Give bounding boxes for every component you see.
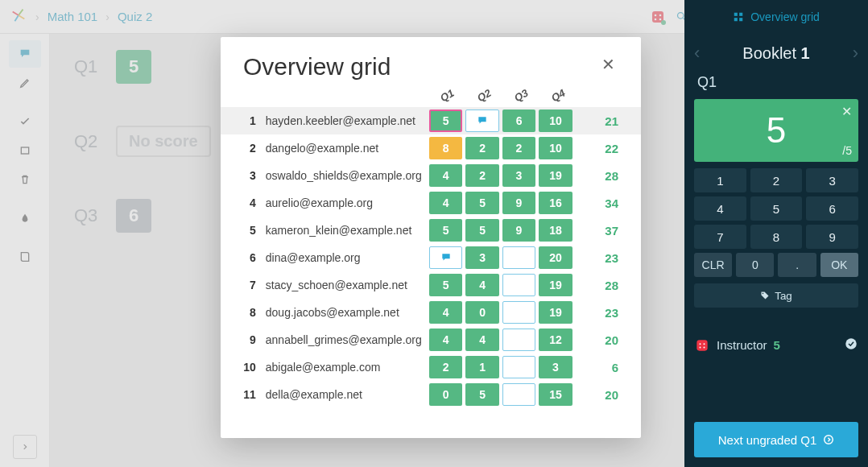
row-index: 3: [243, 169, 266, 182]
grid-cell[interactable]: [502, 246, 535, 269]
grid-cell[interactable]: 18: [539, 219, 572, 242]
keypad-4[interactable]: 4: [694, 196, 746, 221]
overview-grid-button[interactable]: Overview grid: [684, 0, 868, 34]
grid-cell[interactable]: 5: [465, 219, 498, 242]
grid-row[interactable]: 10abigale@example.com2136: [221, 353, 641, 381]
keypad-6[interactable]: 6: [806, 196, 858, 221]
grid-cell[interactable]: 2: [465, 164, 498, 187]
overview-grid-modal: Overview grid ✕ Q1Q2Q3Q4 1hayden.keebler…: [221, 37, 641, 438]
grid-cell[interactable]: 4: [429, 164, 462, 187]
keypad-.[interactable]: .: [778, 253, 816, 277]
instructor-row[interactable]: Instructor 5: [694, 337, 858, 353]
grid-cell[interactable]: 8: [429, 137, 462, 159]
clear-score-icon[interactable]: ✕: [841, 104, 852, 119]
grid-cell[interactable]: 3: [539, 356, 572, 378]
grid-cell[interactable]: 4: [465, 274, 498, 296]
keypad-5[interactable]: 5: [750, 196, 803, 221]
grid-cell[interactable]: 12: [539, 329, 572, 351]
tag-button[interactable]: Tag: [694, 283, 858, 308]
row-index: 6: [243, 251, 266, 264]
modal-close-icon[interactable]: ✕: [598, 53, 618, 76]
keypad-0[interactable]: 0: [736, 253, 774, 277]
grid-cell[interactable]: 6: [502, 110, 535, 132]
grid-cell-comment-icon[interactable]: [465, 110, 498, 132]
grid-cell[interactable]: 4: [429, 301, 462, 324]
grid-body[interactable]: 1hayden.keebler@example.net5610212dangel…: [221, 107, 641, 438]
grid-row[interactable]: 1hayden.keebler@example.net561021: [221, 107, 641, 134]
svg-point-17: [700, 346, 701, 348]
grid-cell[interactable]: 19: [539, 274, 572, 296]
grid-cell[interactable]: 2: [465, 137, 498, 159]
grid-row[interactable]: 5kameron_klein@example.net5591837: [221, 217, 641, 244]
row-total: 28: [581, 279, 618, 292]
grid-cell[interactable]: 5: [429, 274, 462, 296]
grid-row[interactable]: 2dangelo@example.net8221022: [221, 134, 641, 162]
row-total: 20: [581, 388, 618, 402]
score-value: 5: [767, 110, 786, 151]
grading-sidebar: Overview grid ‹ Booklet 1 › Q1 ✕ 5 /5 12…: [684, 0, 868, 467]
grid-cell[interactable]: 5: [465, 383, 498, 406]
grid-row[interactable]: 9annabell_grimes@example.org441220: [221, 326, 641, 353]
grid-cell[interactable]: [502, 329, 535, 351]
grid-cell[interactable]: 4: [429, 329, 462, 351]
next-ungraded-button[interactable]: Next ungraded Q1: [694, 422, 858, 457]
grid-cell[interactable]: [502, 356, 535, 378]
prev-booklet-button[interactable]: ‹: [694, 43, 700, 64]
grid-cell[interactable]: [502, 274, 535, 296]
row-total: 21: [581, 114, 618, 128]
grid-row[interactable]: 7stacy_schoen@example.net541928: [221, 271, 641, 299]
grid-cell[interactable]: [502, 383, 535, 406]
grid-cell[interactable]: 20: [539, 246, 572, 269]
row-total: 22: [581, 142, 618, 155]
grid-cell[interactable]: 9: [502, 192, 535, 214]
svg-rect-11: [734, 18, 738, 21]
grid-cell[interactable]: 16: [539, 192, 572, 214]
booklet-title: Booklet 1: [742, 44, 809, 63]
keypad-1[interactable]: 1: [694, 168, 746, 192]
grid-row[interactable]: 6dina@example.org32023: [221, 244, 641, 271]
grid-cell[interactable]: 3: [465, 246, 498, 269]
keypad-2[interactable]: 2: [750, 168, 803, 192]
grid-cell[interactable]: 15: [539, 383, 572, 406]
grid-cell[interactable]: 1: [465, 356, 498, 378]
grid-cell[interactable]: 19: [539, 164, 572, 187]
grid-cell[interactable]: 9: [502, 219, 535, 242]
grid-cell[interactable]: 0: [429, 383, 462, 406]
grid-cell[interactable]: 19: [539, 301, 572, 324]
keypad-clr[interactable]: CLR: [694, 253, 732, 277]
grid-cell[interactable]: 3: [502, 164, 535, 187]
row-total: 28: [581, 169, 618, 183]
row-email: dangelo@example.net: [266, 142, 429, 155]
grid-cell[interactable]: 2: [429, 356, 462, 378]
next-booklet-button[interactable]: ›: [853, 43, 858, 64]
grid-cell[interactable]: 10: [539, 110, 572, 132]
keypad-7[interactable]: 7: [694, 225, 746, 249]
grid-row[interactable]: 3oswaldo_shields@example.org4231928: [221, 162, 641, 189]
svg-point-13: [763, 293, 764, 295]
row-total: 37: [581, 224, 618, 238]
grid-cell[interactable]: [502, 301, 535, 324]
row-total: 23: [581, 251, 618, 265]
grid-row[interactable]: 8doug.jacobs@example.net401923: [221, 299, 641, 326]
grid-row[interactable]: 4aurelio@example.org4591634: [221, 189, 641, 217]
grid-cell[interactable]: 10: [539, 137, 572, 159]
keypad-9[interactable]: 9: [806, 225, 858, 249]
next-ungraded-label: Next ungraded Q1: [718, 433, 817, 447]
grid-cell[interactable]: 5: [429, 110, 462, 132]
grid-cell[interactable]: 2: [502, 137, 535, 159]
grid-row[interactable]: 11della@example.net051520: [221, 381, 641, 408]
grid-cell[interactable]: 0: [465, 301, 498, 324]
keypad-ok[interactable]: OK: [820, 253, 858, 277]
booklet-nav: ‹ Booklet 1 ›: [684, 34, 868, 72]
current-question-label: Q1: [684, 72, 868, 96]
grid-cell-comment-icon[interactable]: [429, 246, 462, 269]
grid-cell[interactable]: 4: [465, 329, 498, 351]
grid-cell[interactable]: 5: [429, 219, 462, 242]
keypad-8[interactable]: 8: [750, 225, 803, 249]
row-email: oswaldo_shields@example.org: [266, 169, 429, 182]
grid-cell[interactable]: 5: [465, 192, 498, 214]
grid-cell[interactable]: 4: [429, 192, 462, 214]
svg-point-18: [704, 346, 705, 348]
keypad-3[interactable]: 3: [806, 168, 858, 192]
instructor-score: 5: [774, 338, 780, 352]
